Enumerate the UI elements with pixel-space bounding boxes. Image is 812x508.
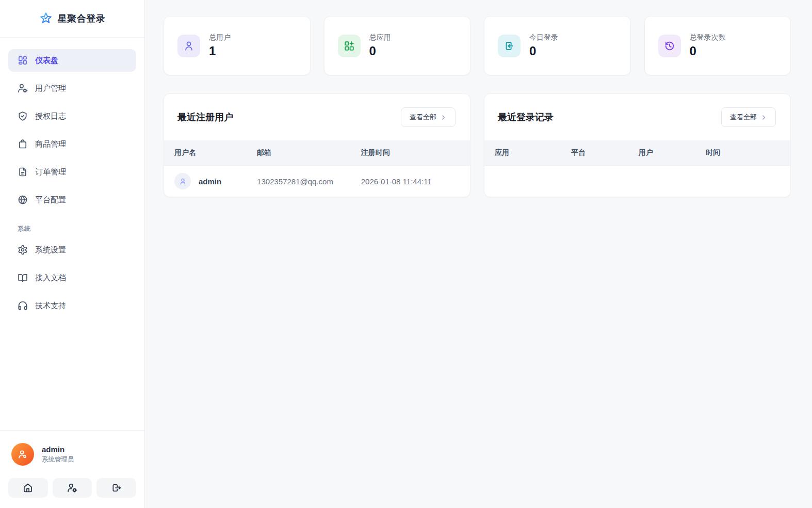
book-open-icon bbox=[18, 273, 28, 283]
current-user-role: 系统管理员 bbox=[42, 455, 74, 464]
current-user-text: admin 系统管理员 bbox=[42, 445, 74, 464]
stat-value: 0 bbox=[690, 44, 726, 58]
column-header: 用户 bbox=[628, 140, 695, 165]
stat-card-total-logins: 总登录次数 0 bbox=[644, 16, 791, 75]
sidebar-item-label: 授权日志 bbox=[35, 112, 66, 121]
brand-title: 星聚合登录 bbox=[58, 12, 106, 25]
sidebar-item-label: 系统设置 bbox=[35, 245, 66, 255]
sidebar-item-label: 平台配置 bbox=[35, 195, 66, 205]
sidebar-footer: admin 系统管理员 bbox=[0, 430, 144, 508]
sidebar-item-label: 仪表盘 bbox=[35, 56, 58, 66]
cell-email: 1302357281@qq.com bbox=[247, 166, 351, 197]
sidebar-item-support[interactable]: 技术支持 bbox=[8, 294, 136, 317]
current-user: admin 系统管理员 bbox=[8, 443, 136, 466]
stat-value: 0 bbox=[529, 44, 558, 58]
login-icon bbox=[498, 35, 521, 57]
stat-card-total-apps: 总应用 0 bbox=[324, 16, 471, 75]
sidebar-item-platform-config[interactable]: 平台配置 bbox=[8, 188, 136, 211]
grid-plus-icon bbox=[338, 35, 361, 57]
user-cog-icon bbox=[18, 83, 28, 93]
column-header: 时间 bbox=[695, 140, 790, 165]
cell-username: admin bbox=[199, 177, 221, 186]
sidebar-item-users[interactable]: 用户管理 bbox=[8, 77, 136, 100]
sidebar-menu: 仪表盘 用户管理 授权日志 bbox=[0, 38, 144, 430]
panel-title: 最近登录记录 bbox=[498, 111, 554, 123]
shield-check-icon bbox=[18, 111, 28, 121]
stat-label: 总登录次数 bbox=[690, 33, 726, 42]
chevron-right-icon bbox=[440, 114, 447, 121]
sidebar-item-label: 技术支持 bbox=[35, 301, 66, 311]
stat-value: 0 bbox=[369, 44, 391, 58]
current-user-name: admin bbox=[42, 445, 74, 454]
cell-registered-at: 2026-01-08 11:44:11 bbox=[351, 166, 470, 197]
sidebar-section-label: 系统 bbox=[8, 216, 136, 239]
home-button[interactable] bbox=[8, 478, 48, 498]
sidebar-item-products[interactable]: 商品管理 bbox=[8, 133, 136, 155]
avatar bbox=[11, 443, 34, 466]
empty-table-body bbox=[484, 165, 790, 197]
table-row: admin 1302357281@qq.com 2026-01-08 11:44… bbox=[164, 166, 470, 197]
globe-icon bbox=[18, 195, 28, 205]
recent-logins-table: 应用 平台 用户 时间 bbox=[484, 140, 790, 165]
panels-grid: 最近注册用户 查看全部 用户名 邮箱 注册时间 bbox=[164, 93, 791, 197]
brand: 星聚合登录 bbox=[0, 0, 144, 38]
column-header: 平台 bbox=[561, 140, 628, 165]
stat-card-logins-today: 今日登录 0 bbox=[484, 16, 631, 75]
column-header: 用户名 bbox=[164, 140, 247, 166]
user-gear-icon bbox=[67, 483, 77, 493]
logout-button[interactable] bbox=[96, 478, 136, 498]
stat-label: 今日登录 bbox=[529, 33, 558, 42]
shopping-bag-icon bbox=[18, 139, 28, 149]
view-all-logins-button[interactable]: 查看全部 bbox=[721, 107, 776, 127]
stat-value: 1 bbox=[209, 44, 231, 58]
stat-card-total-users: 总用户 1 bbox=[164, 16, 311, 75]
gear-icon bbox=[18, 245, 28, 255]
column-header: 应用 bbox=[484, 140, 561, 165]
sidebar-item-label: 商品管理 bbox=[35, 139, 66, 149]
account-settings-button[interactable] bbox=[53, 478, 92, 498]
sidebar-item-system-settings[interactable]: 系统设置 bbox=[8, 239, 136, 261]
home-icon bbox=[23, 483, 33, 493]
panel-title: 最近注册用户 bbox=[177, 111, 233, 123]
file-text-icon bbox=[18, 167, 28, 177]
headphones-icon bbox=[18, 300, 28, 311]
sidebar-item-label: 用户管理 bbox=[35, 84, 66, 93]
recent-logins-panel: 最近登录记录 查看全部 应用 平台 用户 时间 bbox=[484, 93, 791, 197]
column-header: 邮箱 bbox=[247, 140, 351, 166]
sidebar-item-dashboard[interactable]: 仪表盘 bbox=[8, 49, 136, 72]
row-user-icon bbox=[174, 173, 191, 189]
star-logo-icon bbox=[39, 12, 53, 25]
column-header: 注册时间 bbox=[351, 140, 470, 166]
recent-users-panel: 最近注册用户 查看全部 用户名 邮箱 注册时间 bbox=[164, 93, 470, 197]
logout-icon bbox=[111, 483, 122, 493]
sidebar-item-orders[interactable]: 订单管理 bbox=[8, 161, 136, 183]
sidebar-item-docs[interactable]: 接入文档 bbox=[8, 266, 136, 289]
user-icon bbox=[177, 35, 200, 57]
sidebar: 星聚合登录 仪表盘 用户管理 bbox=[0, 0, 145, 508]
footer-actions bbox=[8, 478, 136, 498]
chevron-right-icon bbox=[760, 114, 767, 121]
history-icon bbox=[658, 35, 681, 57]
dashboard-icon bbox=[18, 55, 28, 66]
sidebar-item-auth-logs[interactable]: 授权日志 bbox=[8, 105, 136, 128]
main-content: 总用户 1 总应用 0 bbox=[145, 0, 812, 508]
stat-label: 总应用 bbox=[369, 33, 391, 42]
recent-users-table: 用户名 邮箱 注册时间 bbox=[164, 140, 470, 197]
view-all-users-button[interactable]: 查看全部 bbox=[401, 107, 456, 127]
stat-label: 总用户 bbox=[209, 33, 231, 42]
sidebar-item-label: 订单管理 bbox=[35, 167, 66, 177]
stats-grid: 总用户 1 总应用 0 bbox=[164, 16, 791, 75]
sidebar-item-label: 接入文档 bbox=[35, 273, 66, 283]
